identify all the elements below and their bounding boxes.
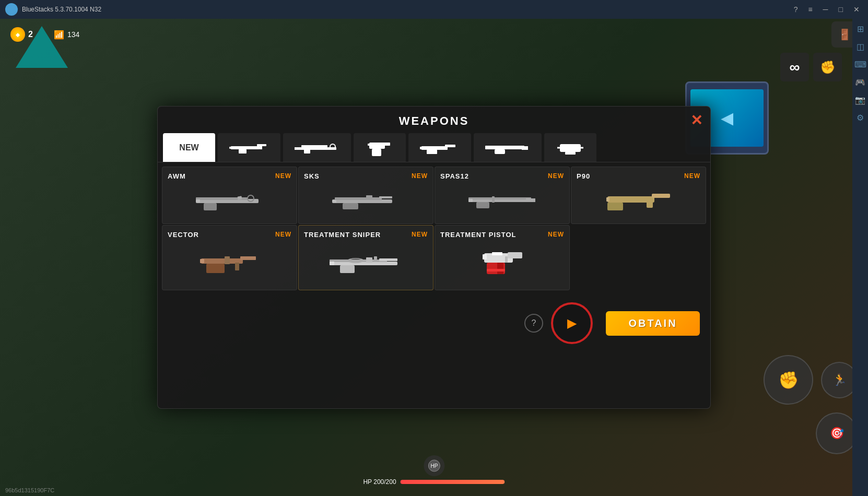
- treatment-pistol-image-area: [440, 243, 564, 285]
- weapons-modal: WEAPONS ✕ NEW: [157, 106, 711, 409]
- tab-pistol[interactable]: [354, 133, 406, 162]
- svg-marker-0: [7, 5, 16, 14]
- tab-new-label: NEW: [179, 143, 198, 152]
- weapon-card-spas12[interactable]: SPAS12 NEW: [435, 167, 570, 224]
- svg-rect-3: [231, 146, 260, 149]
- tab-shotgun[interactable]: [474, 133, 542, 162]
- svg-rect-64: [374, 256, 377, 259]
- weapon-card-vector[interactable]: VECTOR NEW: [162, 225, 297, 290]
- svg-rect-69: [483, 254, 487, 259]
- tab-smg[interactable]: [408, 133, 471, 162]
- svg-rect-57: [235, 263, 239, 270]
- treatment-pistol-badge: NEW: [548, 231, 564, 238]
- svg-rect-58: [330, 262, 397, 265]
- svg-rect-23: [495, 149, 505, 154]
- svg-rect-61: [330, 262, 334, 265]
- spas12-name: SPAS12: [440, 172, 469, 180]
- spas12-badge: NEW: [548, 172, 564, 180]
- svg-rect-10: [304, 149, 310, 153]
- treatment-pistol-header: TREATMENT PISTOL NEW: [440, 231, 564, 239]
- svg-rect-73: [505, 256, 508, 263]
- treatment-sniper-image-area: [304, 243, 428, 285]
- svg-rect-4: [257, 144, 266, 146]
- help-window-btn[interactable]: ?: [791, 4, 801, 15]
- close-modal-button[interactable]: ✕: [690, 112, 702, 129]
- treatment-sniper-badge: NEW: [412, 231, 428, 238]
- svg-rect-6: [229, 147, 233, 149]
- treatment-sniper-name: TREATMENT SNIPER: [304, 231, 381, 239]
- svg-rect-37: [343, 203, 358, 209]
- sidebar-icon-5[interactable]: 📷: [855, 95, 865, 105]
- misc-icon: [555, 140, 586, 156]
- sidebar-icon-3[interactable]: ⌨: [854, 60, 866, 69]
- weapon-card-p90[interactable]: P90 NEW: [571, 167, 706, 224]
- modal-overlay: WEAPONS ✕ NEW: [0, 19, 868, 496]
- svg-rect-24: [522, 146, 528, 150]
- sidebar-icon-1[interactable]: ⊞: [857, 24, 864, 34]
- weapon-card-sks[interactable]: SKS NEW: [298, 167, 433, 224]
- svg-rect-55: [200, 259, 204, 263]
- treatment-pistol-name: TREATMENT PISTOL: [440, 231, 517, 239]
- treatment-sniper-header: TREATMENT SNIPER NEW: [304, 231, 428, 239]
- svg-rect-50: [647, 197, 653, 208]
- svg-rect-45: [526, 198, 535, 202]
- svg-rect-43: [476, 202, 489, 208]
- vector-badge: NEW: [275, 231, 291, 238]
- svg-rect-7: [260, 146, 262, 149]
- svg-rect-32: [196, 199, 200, 203]
- sks-badge: NEW: [412, 172, 428, 180]
- spas12-header: SPAS12 NEW: [440, 172, 564, 180]
- p90-weapon-image: [602, 186, 675, 217]
- hamburger-btn[interactable]: ≡: [805, 4, 815, 15]
- tab-misc[interactable]: [544, 133, 596, 162]
- pistol-icon: [367, 137, 393, 158]
- awm-badge: NEW: [275, 172, 291, 180]
- bluestacks-title: BlueStacks 5.3.70.1004 N32: [22, 6, 101, 13]
- svg-rect-62: [379, 258, 397, 261]
- weapon-card-treatment-pistol[interactable]: TREATMENT PISTOL NEW: [435, 225, 570, 290]
- vector-image-area: [168, 243, 291, 285]
- treatment-pistol-weapon-image: [476, 243, 529, 285]
- obtain-button[interactable]: OBTAIN: [606, 311, 700, 336]
- svg-rect-70: [492, 252, 502, 255]
- play-cursor-circle: ▶: [551, 302, 593, 344]
- svg-rect-22: [485, 146, 524, 147]
- svg-rect-14: [382, 143, 390, 146]
- sidebar-icon-6[interactable]: ⚙: [857, 113, 864, 123]
- sidebar-icon-4[interactable]: 🎮: [855, 77, 865, 87]
- modal-title: WEAPONS: [399, 114, 470, 127]
- minimize-btn[interactable]: ─: [820, 4, 831, 15]
- svg-rect-59: [330, 259, 387, 262]
- svg-rect-38: [332, 200, 336, 203]
- svg-rect-48: [652, 194, 670, 198]
- smg-icon: [419, 140, 461, 156]
- maximize-btn[interactable]: □: [836, 4, 846, 15]
- play-cursor-container: ▶: [551, 302, 593, 344]
- treatment-sniper-weapon-image: [327, 247, 405, 281]
- weapon-card-treatment-sniper[interactable]: TREATMENT SNIPER NEW: [298, 225, 433, 290]
- p90-badge: NEW: [684, 172, 700, 180]
- svg-rect-25: [560, 144, 581, 152]
- svg-rect-39: [379, 196, 392, 198]
- svg-rect-5: [239, 149, 247, 153]
- svg-rect-63: [366, 257, 372, 263]
- bluestacks-sidebar: ⊞ ◫ ⌨ 🎮 📷 ⚙: [852, 19, 868, 496]
- tab-new[interactable]: NEW: [163, 133, 215, 162]
- tab-sniper[interactable]: [283, 133, 351, 162]
- svg-rect-17: [421, 146, 448, 150]
- svg-rect-67: [508, 252, 522, 258]
- svg-rect-71: [497, 263, 503, 274]
- svg-rect-44: [468, 199, 473, 202]
- svg-rect-60: [340, 265, 355, 273]
- close-btn[interactable]: ✕: [850, 4, 863, 15]
- sidebar-icon-2[interactable]: ◫: [857, 42, 864, 52]
- bluestacks-bar: BlueStacks 5.3.70.1004 N32 ? ≡ ─ □ ✕: [0, 0, 868, 19]
- svg-rect-72: [487, 269, 505, 271]
- p90-header: P90 NEW: [577, 172, 700, 180]
- tab-ar[interactable]: [218, 133, 280, 162]
- p90-name: P90: [577, 172, 590, 180]
- help-button[interactable]: ?: [524, 314, 543, 333]
- window-controls: ? ≡ ─ □ ✕: [791, 4, 863, 15]
- weapon-card-awm[interactable]: AWM NEW: [162, 167, 297, 224]
- sks-name: SKS: [304, 172, 320, 180]
